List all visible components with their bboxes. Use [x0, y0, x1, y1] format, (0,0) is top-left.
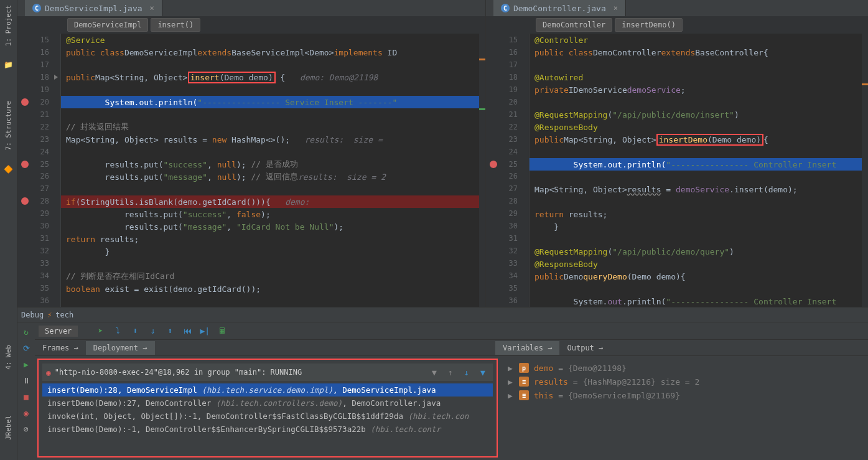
mute-breakpoints-button[interactable]: ⊘	[21, 423, 32, 434]
variable-row[interactable]: ▶pdemo = {Demo@21198}	[508, 361, 861, 375]
tabbar-left: C DemoServiceImpl.java ×	[17, 0, 485, 16]
update-button[interactable]: ⟳	[21, 342, 32, 354]
step-into-button[interactable]: ⬇	[128, 324, 142, 338]
structure-tool-tab[interactable]: 7: Structure	[3, 98, 14, 153]
left-toolbar: 1: Project 📁 7: Structure 🔶 4: Web JRebe…	[0, 0, 17, 460]
stack-frame[interactable]: insertDemo(Demo):27, DemoController (hbi…	[42, 397, 493, 410]
tab-label: DemoController.java	[513, 4, 606, 13]
web-tool-tab[interactable]: 4: Web	[3, 342, 14, 372]
crumb-class[interactable]: DemoServiceImpl	[67, 18, 148, 32]
breadcrumb-right: DemoController insertDemo()	[486, 16, 868, 34]
force-step-into-button[interactable]: ⇓	[145, 324, 160, 338]
output-tab[interactable]: Output →	[559, 341, 610, 355]
server-label[interactable]: Server	[39, 326, 78, 337]
expand-icon[interactable]: ▶	[508, 377, 514, 387]
resume-button[interactable]: ▶	[21, 359, 32, 370]
rerun-button[interactable]: ↻	[21, 326, 32, 337]
code-right[interactable]: @Controllerpublic class DemoController e…	[530, 34, 862, 307]
step-over-button[interactable]: ⤵	[110, 324, 125, 338]
frame-list[interactable]: insert(Demo):28, DemoServiceImpl (hbi.te…	[42, 383, 493, 453]
view-breakpoints-button[interactable]: ◉	[21, 407, 32, 418]
variable-row[interactable]: ▶≡results = {HashMap@21216} size = 2	[508, 375, 861, 388]
editor-pane-left: C DemoServiceImpl.java × DemoServiceImpl…	[17, 0, 486, 307]
tabbar-right: C DemoController.java ×	[486, 0, 868, 16]
thread-name: "http-nio-8080-exec-24"@18,962 in group …	[55, 368, 424, 377]
code-left[interactable]: @Servicepublic class DemoServiceImpl ext…	[61, 34, 479, 307]
drop-frame-button[interactable]: ⏮	[180, 324, 195, 338]
dropdown-icon[interactable]: ▼	[428, 366, 441, 378]
gutter-right[interactable]: 1516171819202122232425262728293031323334…	[486, 34, 530, 307]
expand-icon[interactable]: ▶	[508, 364, 514, 373]
gutter-left[interactable]: 1516171819202122232425262728293031323334…	[17, 34, 61, 307]
close-icon[interactable]: ×	[614, 4, 618, 12]
close-icon[interactable]: ×	[150, 4, 154, 12]
prev-frame-button[interactable]: ↑	[444, 366, 457, 378]
variables-pane[interactable]: ▶pdemo = {Demo@21198}▶≡results = {HashMa…	[500, 356, 868, 460]
crumb-method[interactable]: insert()	[151, 18, 200, 32]
project-tool-tab[interactable]: 1: Project	[3, 2, 14, 49]
variables-tab[interactable]: Variables →	[495, 341, 559, 355]
frames-pane: ◉ "http-nio-8080-exec-24"@18,962 in grou…	[37, 359, 498, 458]
tab-democontroller[interactable]: C DemoController.java ×	[493, 0, 626, 16]
debug-panel: Debug ⚡ tech ↻ ⟳ ▶ ⏸ ■ ◉ ⊘ Server ➤	[17, 307, 868, 460]
java-class-icon: C	[32, 4, 41, 12]
stack-frame[interactable]: invoke(int, Object, Object[]):-1, DemoCo…	[42, 410, 493, 423]
evaluate-button[interactable]: 🖩	[215, 324, 230, 338]
error-stripe-right[interactable]	[862, 34, 868, 307]
next-frame-button[interactable]: ↓	[460, 366, 473, 378]
variable-row[interactable]: ▶≡this = {DemoServiceImpl@21169}	[508, 388, 861, 402]
breakpoint-hit-icon: ◉	[46, 368, 51, 377]
jrebel-tool-tab[interactable]: JRebel	[3, 413, 14, 443]
expand-icon[interactable]: ▶	[508, 391, 514, 400]
java-class-icon: C	[501, 4, 510, 12]
thread-selector[interactable]: ◉ "http-nio-8080-exec-24"@18,962 in grou…	[42, 364, 493, 381]
step-out-button[interactable]: ⬆	[162, 324, 177, 338]
deployment-tab[interactable]: Deployment →	[86, 341, 155, 355]
editor-pane-right: C DemoController.java × DemoController i…	[486, 0, 868, 307]
debug-header: Debug ⚡ tech	[17, 307, 868, 322]
stack-frame[interactable]: insertDemo(Demo):-1, DemoController$$Enh…	[42, 423, 493, 436]
error-stripe-left[interactable]	[479, 34, 485, 307]
crumb-class[interactable]: DemoController	[536, 18, 612, 32]
structure-icon: 🔶	[4, 164, 14, 174]
debug-config-name: tech	[55, 311, 73, 319]
crumb-method[interactable]: insertDemo()	[615, 18, 683, 32]
pause-button[interactable]: ⏸	[21, 375, 32, 386]
breadcrumb-left: DemoServiceImpl insert()	[17, 16, 485, 34]
project-icon: 📁	[4, 60, 14, 70]
tab-label: DemoServiceImpl.java	[45, 4, 142, 13]
frames-tab[interactable]: Frames →	[35, 341, 86, 355]
show-exec-point-button[interactable]: ➤	[93, 324, 108, 338]
debug-toolbar: Server ➤ ⤵ ⬇ ⇓ ⬆ ⏮ ▶| 🖩	[35, 322, 868, 340]
run-config-icon: ⚡	[47, 311, 52, 319]
tab-demoserviceimpl[interactable]: C DemoServiceImpl.java ×	[25, 0, 162, 16]
stop-button[interactable]: ■	[21, 391, 32, 402]
debug-title: Debug	[21, 311, 44, 319]
stack-frame[interactable]: insert(Demo):28, DemoServiceImpl (hbi.te…	[42, 383, 493, 397]
filter-button[interactable]: ▼	[477, 366, 489, 378]
run-to-cursor-button[interactable]: ▶|	[197, 324, 212, 338]
debug-side-toolbar: ↻ ⟳ ▶ ⏸ ■ ◉ ⊘	[17, 322, 35, 460]
